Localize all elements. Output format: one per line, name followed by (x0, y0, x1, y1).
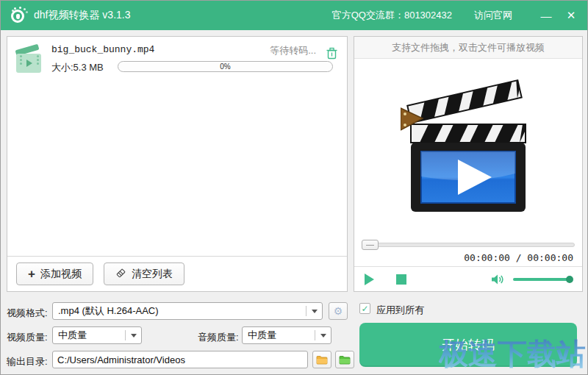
file-progress-bar: 0% (118, 61, 333, 72)
format-select[interactable]: .mp4 (默认 H.264-AAC) (52, 302, 323, 320)
volume-knob[interactable] (566, 276, 573, 283)
browse-folder-button[interactable] (312, 351, 331, 368)
volume-icon[interactable] (491, 274, 506, 285)
player-controls (354, 266, 582, 291)
check-icon: ✓ (361, 304, 368, 314)
video-quality-label: 视频质量: (7, 331, 48, 344)
clapperboard-icon (401, 79, 536, 218)
clear-list-label: 清空列表 (132, 268, 173, 281)
file-progress-text: 0% (118, 63, 332, 71)
app-logo-icon (10, 7, 27, 24)
seek-bar[interactable] (362, 239, 575, 251)
add-video-label: 添加视频 (40, 268, 82, 281)
eraser-icon (115, 268, 126, 281)
chevron-down-icon (131, 334, 137, 338)
apply-all-checkbox[interactable]: ✓ (359, 303, 370, 314)
output-dir-input[interactable] (52, 351, 308, 368)
drop-hint: 支持文件拖拽，双击文件可播放视频 (354, 37, 582, 59)
file-size: 大小:5.3 MB (51, 61, 104, 74)
visit-website-link[interactable]: 访问官网 (474, 9, 512, 22)
volume-slider[interactable] (513, 276, 572, 283)
player-panel: 支持文件拖拽，双击文件可播放视频 (354, 36, 583, 292)
file-name: big_buck_bunny.mp4 (51, 44, 154, 55)
list-actions-bar: + 添加视频 清空列表 (7, 256, 347, 291)
format-settings-button[interactable]: ⚙ (329, 302, 348, 320)
start-transcode-button[interactable]: 开始转码 (359, 323, 577, 367)
plus-icon: + (28, 268, 35, 280)
clear-list-button[interactable]: 清空列表 (104, 262, 184, 285)
close-button[interactable]: ✕ (561, 5, 581, 26)
file-list-panel: big_buck_bunny.mp4 等待转码... 大小:5.3 MB 0% … (7, 36, 348, 292)
add-video-button[interactable]: + 添加视频 (16, 262, 93, 285)
format-label: 视频格式: (7, 307, 48, 320)
apply-all-label: 应用到所有 (376, 304, 424, 317)
chevron-down-icon (320, 334, 326, 338)
qq-group-label: 官方QQ交流群：801302432 (332, 9, 452, 22)
video-file-icon (16, 44, 43, 74)
file-status: 等待转码... (270, 44, 316, 57)
open-folder-button[interactable] (335, 351, 354, 368)
titlebar: dhf视频转换器 v3.1.3 官方QQ交流群：801302432 访问官网 —… (1, 1, 587, 30)
app-title: dhf视频转换器 v3.1.3 (34, 9, 131, 22)
minimize-button[interactable]: — (536, 5, 556, 26)
audio-quality-select[interactable]: 中质量 (242, 326, 331, 344)
delete-file-icon[interactable] (326, 47, 338, 60)
gear-icon: ⚙ (334, 305, 343, 317)
app-window: dhf视频转换器 v3.1.3 官方QQ交流群：801302432 访问官网 —… (0, 0, 588, 375)
yellow-folder-icon (316, 355, 328, 365)
volume-fill (513, 278, 572, 281)
play-button[interactable] (365, 274, 374, 285)
format-value: .mp4 (默认 H.264-AAC) (58, 304, 159, 318)
seek-track[interactable] (362, 243, 575, 247)
output-dir-label: 输出目录: (7, 355, 48, 368)
stop-button[interactable] (396, 274, 406, 285)
playback-time: 00:00:00 / 00:00:00 (354, 251, 582, 266)
green-folder-icon (339, 355, 351, 365)
video-preview-area[interactable] (354, 59, 582, 238)
audio-quality-label: 音频质量: (198, 331, 239, 344)
video-quality-value: 中质量 (58, 329, 87, 342)
file-list-item[interactable]: big_buck_bunny.mp4 等待转码... 大小:5.3 MB 0% (7, 37, 347, 82)
chevron-down-icon (312, 310, 318, 313)
video-quality-select[interactable]: 中质量 (52, 326, 142, 344)
audio-quality-value: 中质量 (248, 329, 276, 342)
seek-handle[interactable] (362, 240, 379, 250)
